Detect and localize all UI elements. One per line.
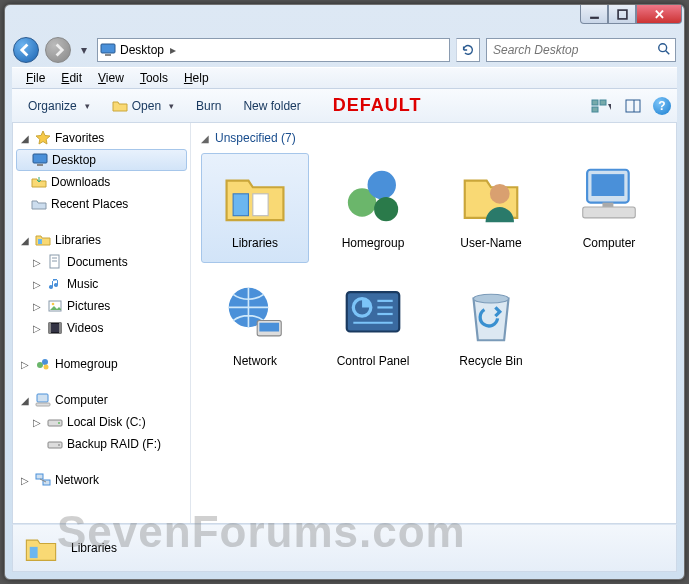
control-panel-icon [337, 278, 409, 350]
new-folder-button[interactable]: New folder [233, 95, 310, 117]
item-network[interactable]: Network [201, 271, 309, 381]
favorites-header[interactable]: ◢ Favorites [13, 127, 190, 149]
desktop-icon [32, 152, 48, 168]
open-button[interactable]: Open [102, 94, 184, 118]
sidebar-item-backup-raid[interactable]: Backup RAID (F:) [13, 433, 190, 455]
menu-tools[interactable]: Tools [132, 69, 176, 87]
expand-icon: ▷ [31, 323, 43, 334]
network-group: ▷Network [13, 469, 190, 491]
sidebar-item-pictures[interactable]: ▷Pictures [13, 295, 190, 317]
expand-icon: ▷ [19, 359, 31, 370]
menu-help[interactable]: Help [176, 69, 217, 87]
search-icon [657, 42, 671, 59]
sidebar-item-label: Documents [67, 255, 128, 269]
homegroup-icon [337, 160, 409, 232]
desktop-icon [100, 42, 116, 58]
svg-text:▾: ▾ [608, 99, 611, 113]
recent-icon [31, 196, 47, 212]
organize-button[interactable]: Organize [18, 95, 100, 117]
svg-rect-26 [37, 394, 48, 402]
sidebar-item-documents[interactable]: ▷Documents [13, 251, 190, 273]
item-label: Computer [583, 236, 636, 250]
address-bar[interactable]: Desktop ▸ [97, 38, 450, 62]
svg-rect-13 [37, 164, 43, 166]
burn-button[interactable]: Burn [186, 95, 231, 117]
help-button[interactable]: ? [653, 97, 671, 115]
explorer-window: ✕ ▾ Desktop ▸ File Edit View Tools Help … [4, 4, 685, 580]
group-header[interactable]: ◢ Unspecified (7) [201, 129, 666, 153]
svg-point-39 [374, 197, 398, 221]
menu-view[interactable]: View [90, 69, 132, 87]
libraries-icon [35, 232, 51, 248]
view-options-button[interactable]: ▾ [589, 95, 613, 117]
toolbar: Organize Open Burn New folder DEFAULT ▾ … [12, 89, 677, 123]
svg-point-29 [58, 422, 60, 424]
item-homegroup[interactable]: Homegroup [319, 153, 427, 263]
breadcrumb-desktop[interactable]: Desktop [116, 39, 168, 61]
network-header[interactable]: ▷Network [13, 469, 190, 491]
favorites-group: ◢ Favorites Desktop Downloads Recent Pla… [13, 127, 190, 215]
collapse-icon: ◢ [19, 395, 31, 406]
sidebar-item-downloads[interactable]: Downloads [13, 171, 190, 193]
preview-pane-button[interactable] [621, 95, 645, 117]
minimize-button[interactable] [580, 5, 608, 24]
sidebar-item-label: Videos [67, 321, 103, 335]
sidebar-item-videos[interactable]: ▷Videos [13, 317, 190, 339]
menu-edit[interactable]: Edit [53, 69, 90, 87]
computer-header[interactable]: ◢Computer [13, 389, 190, 411]
homegroup-header[interactable]: ▷Homegroup [13, 353, 190, 375]
back-button[interactable] [13, 37, 39, 63]
item-control-panel[interactable]: Control Panel [319, 271, 427, 381]
sidebar-item-recent-places[interactable]: Recent Places [13, 193, 190, 215]
libraries-header[interactable]: ◢ Libraries [13, 229, 190, 251]
homegroup-group: ▷Homegroup [13, 353, 190, 375]
item-libraries[interactable]: Libraries [201, 153, 309, 263]
folder-open-icon [112, 98, 128, 114]
item-label: User-Name [460, 236, 521, 250]
group-header-label: Unspecified (7) [215, 131, 296, 145]
sidebar-item-desktop[interactable]: Desktop [16, 149, 187, 171]
menu-file[interactable]: File [18, 69, 53, 87]
search-input[interactable] [493, 43, 657, 57]
item-label: Homegroup [342, 236, 405, 250]
details-pane: Libraries [12, 524, 677, 572]
sidebar-item-label: Local Disk (C:) [67, 415, 146, 429]
item-recycle-bin[interactable]: Recycle Bin [437, 271, 545, 381]
nav-row: ▾ Desktop ▸ [5, 33, 684, 67]
sidebar-item-local-disk[interactable]: ▷Local Disk (C:) [13, 411, 190, 433]
sidebar-item-music[interactable]: ▷Music [13, 273, 190, 295]
item-label: Libraries [232, 236, 278, 250]
svg-rect-8 [592, 107, 598, 112]
expand-icon: ▷ [31, 301, 43, 312]
toolbar-right: ▾ ? [589, 95, 671, 117]
close-button[interactable]: ✕ [636, 5, 682, 24]
svg-rect-2 [101, 44, 115, 53]
svg-point-25 [44, 365, 49, 370]
svg-rect-1 [618, 10, 627, 19]
item-computer[interactable]: Computer [555, 153, 663, 263]
drive-icon [47, 436, 63, 452]
computer-icon [35, 392, 51, 408]
svg-point-24 [42, 359, 48, 365]
network-icon [219, 278, 291, 350]
sidebar-item-label: Downloads [51, 175, 110, 189]
item-label: Network [233, 354, 277, 368]
network-label: Network [55, 473, 99, 487]
svg-rect-12 [33, 154, 47, 163]
libraries-icon [23, 530, 59, 566]
search-box[interactable] [486, 38, 676, 62]
breadcrumb-separator[interactable]: ▸ [168, 43, 178, 57]
svg-rect-3 [105, 54, 111, 56]
svg-point-4 [659, 43, 667, 51]
item-user[interactable]: User-Name [437, 153, 545, 263]
svg-rect-42 [592, 174, 625, 196]
pictures-icon [47, 298, 63, 314]
expand-icon: ▷ [31, 279, 43, 290]
forward-button[interactable] [45, 37, 71, 63]
nav-history-button[interactable]: ▾ [77, 39, 91, 61]
videos-icon [47, 320, 63, 336]
libraries-label: Libraries [55, 233, 101, 247]
homegroup-icon [35, 356, 51, 372]
refresh-button[interactable] [456, 38, 480, 62]
maximize-button[interactable] [608, 5, 636, 24]
